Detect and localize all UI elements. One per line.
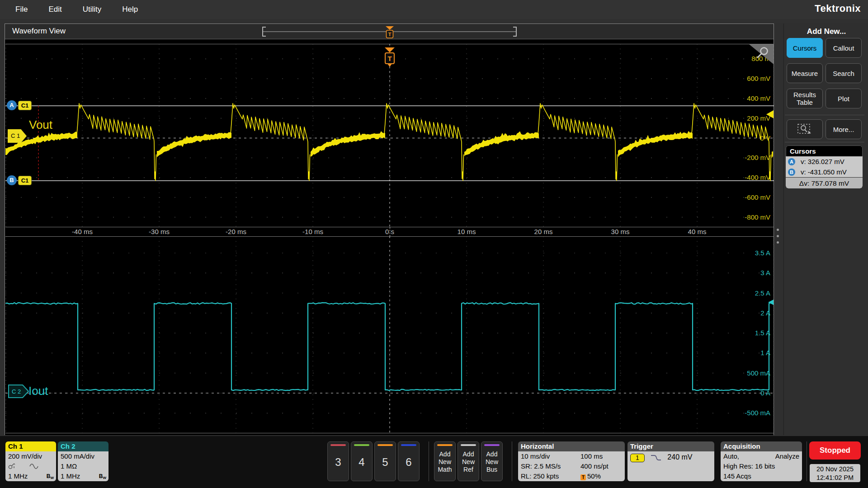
source-color-stripe bbox=[461, 444, 476, 446]
add-new-ref-button[interactable]: AddNewRef bbox=[458, 441, 479, 481]
ch1-burst-segment[interactable] bbox=[77, 103, 156, 181]
ch1-axis-label: 600 mV bbox=[747, 75, 770, 82]
add-button-label: AddNewMath bbox=[434, 450, 455, 474]
zoom-select-icon bbox=[797, 123, 812, 135]
date-value: 20 Nov 2025 bbox=[810, 465, 860, 474]
ch2-badge[interactable]: Ch 2 500 mA/div 1 MΩ 1 MHz BW bbox=[58, 441, 108, 481]
ch1-bandwidth-value: 1 MHz bbox=[8, 472, 28, 480]
ch4-button[interactable]: 4 bbox=[351, 441, 373, 481]
trigger-source-chip: 1 bbox=[630, 454, 645, 462]
ch2-plot[interactable]: 3.5 A3 A2.5 A2 A1.5 A1 A500 mA0 A-500 mA bbox=[5, 236, 774, 433]
add-button-label: AddNewRef bbox=[458, 450, 479, 474]
svg-text:T: T bbox=[388, 32, 392, 37]
add-results-table-button[interactable]: Results Table bbox=[787, 89, 823, 108]
menu-file[interactable]: File bbox=[15, 5, 28, 14]
add-search-button[interactable]: Search bbox=[826, 63, 862, 83]
run-state-badge[interactable]: Stopped bbox=[809, 441, 861, 460]
panel-divider bbox=[783, 23, 784, 435]
add-new-bus-button[interactable]: AddNewBus bbox=[481, 441, 503, 481]
zoom-select-button[interactable] bbox=[787, 119, 823, 139]
zoom-corner-button[interactable] bbox=[749, 44, 774, 64]
plot-area: 800 m600 mV400 mV200 mV0 V-200 mV-400 mV… bbox=[5, 39, 774, 435]
ch2-ground-marker[interactable]: C 2 bbox=[8, 385, 29, 398]
channel-number: 5 bbox=[375, 456, 396, 469]
ch1-burst-segment[interactable] bbox=[384, 103, 464, 181]
acquisition-count: 145 Acqs bbox=[721, 471, 802, 481]
cursor-a-readout: A v: 326.027 mV bbox=[786, 156, 863, 167]
time-value: 12:41:02 PM bbox=[810, 474, 860, 482]
ch1-burst-segment[interactable] bbox=[538, 103, 618, 181]
ch1-waveform[interactable] bbox=[5, 131, 773, 158]
datetime-badge: 20 Nov 2025 12:41:02 PM bbox=[810, 464, 860, 482]
panel-drag-handle[interactable] bbox=[775, 225, 780, 244]
cursor-a-value: v: 326.027 mV bbox=[801, 158, 844, 165]
ch2-impedance: 1 MΩ bbox=[58, 461, 108, 471]
ch1-bandwidth: 1 MHz BW bbox=[5, 471, 56, 481]
channel-color-stripe bbox=[401, 444, 416, 446]
waveform-view-title-bar: T Waveform View bbox=[5, 24, 774, 39]
ch1-badge[interactable]: Ch 1 200 mV/div 1 MHz BW bbox=[5, 441, 56, 481]
add-measure-button[interactable]: Measure bbox=[787, 63, 823, 83]
cursor-a-handle[interactable]: A C1 bbox=[7, 100, 32, 110]
trigger-badge[interactable]: Trigger 1 240 mV bbox=[627, 441, 714, 481]
time-axis-label: -40 ms bbox=[72, 227, 93, 236]
horizontal-badge[interactable]: Horizontal 10 ms/div 100 ms SR: 2.5 MS/s… bbox=[518, 441, 625, 481]
panel-divider bbox=[785, 142, 864, 142]
ch1-burst-segment[interactable] bbox=[231, 103, 310, 181]
bandwidth-limit-icon: BW bbox=[99, 471, 106, 481]
trigger-position-icon: T bbox=[580, 474, 586, 480]
cursors-readout-panel[interactable]: Cursors A v: 326.027 mV B v: -431.050 mV… bbox=[786, 145, 863, 188]
menu-edit[interactable]: Edit bbox=[48, 5, 61, 14]
cursor-a-badge: A bbox=[7, 100, 17, 110]
ch6-button[interactable]: 6 bbox=[398, 441, 420, 481]
time-axis-label: 10 ms bbox=[458, 227, 476, 236]
add-new-math-button[interactable]: AddNewMath bbox=[434, 441, 456, 481]
trigger-flag[interactable]: T bbox=[383, 47, 396, 68]
ch3-button[interactable]: 3 bbox=[327, 441, 349, 481]
ch2-badge-title: Ch 2 bbox=[58, 441, 108, 451]
time-axis-label: -20 ms bbox=[226, 227, 246, 236]
channel-color-stripe bbox=[330, 444, 346, 446]
probe-icon bbox=[8, 463, 16, 469]
ch5-button[interactable]: 5 bbox=[374, 441, 396, 481]
channel-number: 3 bbox=[328, 456, 349, 469]
source-color-stripe bbox=[484, 444, 500, 446]
panel-divider bbox=[785, 115, 864, 115]
add-callout-button[interactable]: Callout bbox=[826, 38, 862, 58]
ch1-plot[interactable]: 800 m600 mV400 mV200 mV0 V-200 mV-400 mV… bbox=[5, 44, 774, 227]
waveform-view: T Waveform View 800 m600 mV400 mV200 mV0… bbox=[5, 23, 774, 435]
time-axis-label: 40 ms bbox=[688, 227, 707, 236]
ch1-axis-label: 400 mV bbox=[747, 94, 770, 102]
acquisition-resolution: High Res: 16 bits bbox=[721, 461, 802, 471]
channel-number: 6 bbox=[398, 456, 419, 469]
more-button[interactable]: More... bbox=[826, 119, 862, 139]
add-plot-button[interactable]: Plot bbox=[826, 89, 862, 108]
cursor-b-handle[interactable]: B C1 bbox=[7, 175, 32, 185]
tektronix-logo: Tektronix bbox=[815, 3, 861, 14]
bandwidth-limit-icon: BW bbox=[47, 471, 54, 481]
settings-bar: Ch 1 200 mV/div 1 MHz BW Ch 2 500 mA/div… bbox=[0, 436, 868, 488]
add-cursors-button[interactable]: Cursors bbox=[787, 38, 823, 58]
horizontal-pan-zoom-bar[interactable]: T bbox=[5, 24, 774, 39]
channel-color-stripe bbox=[377, 444, 393, 446]
menu-help[interactable]: Help bbox=[122, 5, 138, 14]
waveform-view-title: Waveform View bbox=[12, 27, 66, 36]
cursor-a-source-tag: C1 bbox=[18, 101, 32, 110]
trigger-position-marker-icon[interactable] bbox=[386, 26, 394, 30]
time-axis-label: 20 ms bbox=[534, 227, 553, 236]
ch1-axis-label: -200 mV bbox=[745, 154, 770, 161]
ch2-bandwidth-value: 1 MHz bbox=[61, 472, 80, 480]
time-axis-label: -30 ms bbox=[149, 227, 170, 236]
cursor-b-badge: B bbox=[788, 169, 795, 176]
ch1-scale: 200 mV/div bbox=[5, 451, 56, 461]
acquisition-badge[interactable]: Acquisition Auto, Analyze High Res: 16 b… bbox=[721, 441, 802, 481]
channel-number: 4 bbox=[351, 456, 372, 469]
bottom-bar-divider bbox=[512, 441, 512, 481]
trigger-level-arrow-icon[interactable] bbox=[766, 110, 774, 118]
ch1-trace-label: Vout bbox=[29, 118, 52, 132]
menu-utility[interactable]: Utility bbox=[83, 5, 102, 14]
ch2-axis-label: 3.5 A bbox=[755, 249, 770, 257]
ch2-scale: 500 mA/div bbox=[58, 451, 108, 461]
horizontal-window: 100 ms bbox=[580, 451, 625, 461]
cursor-delta-value: Δv: 757.078 mV bbox=[786, 177, 863, 188]
